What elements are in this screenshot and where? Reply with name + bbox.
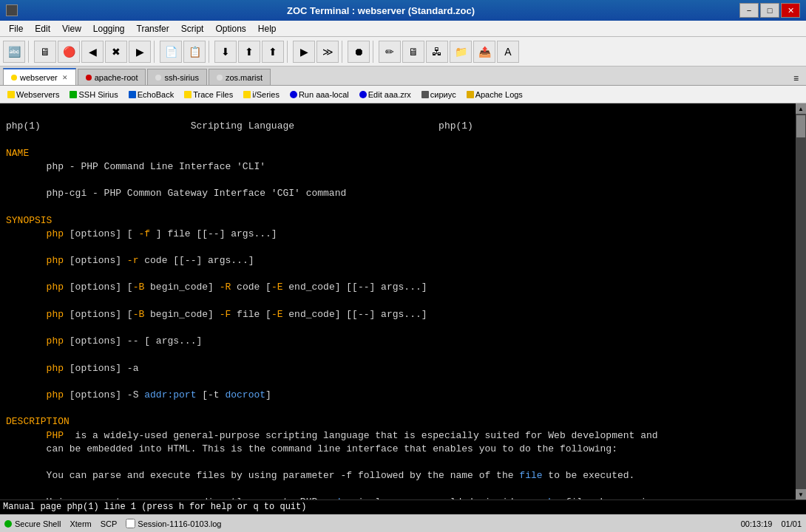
toolbar-button-1[interactable]: 🖥 <box>34 41 56 63</box>
bookmarks-bar: Webservers SSH Sirius EchoBack Trace Fil… <box>0 86 806 103</box>
bookmark-iseries[interactable]: i/Series <box>239 89 284 100</box>
bookmark-trace-files[interactable]: Trace Files <box>180 89 237 100</box>
term-F-4: -F <box>220 309 231 320</box>
toolbar-button-4[interactable]: ✖ <box>105 41 127 63</box>
toolbar-button-8[interactable]: ⬇ <box>214 41 237 63</box>
term-php-1: php <box>47 228 64 239</box>
term-php-5: php <box>47 335 64 347</box>
toolbar-button-6[interactable]: 📄 <box>160 41 182 63</box>
tab-label-webserver: webserver <box>20 73 58 82</box>
term-R-3: -R <box>220 282 231 293</box>
term-php-7: php <box>47 389 64 400</box>
status-bar: Secure Shell Xterm SCP Session-1116-0103… <box>0 514 806 532</box>
toolbar-button-0[interactable]: 🔤 <box>3 41 25 63</box>
term-opts-7a: [options] -S <box>64 389 144 400</box>
tab-close-webserver[interactable]: ✕ <box>62 74 68 81</box>
toolbar-button-11[interactable]: ▶ <box>293 41 315 63</box>
status-dot-secure-shell <box>4 520 12 528</box>
term-docroot-7: docroot <box>225 389 265 400</box>
term-opts-4b: begin_code] <box>144 309 219 320</box>
toolbar-separator-8 <box>209 41 211 63</box>
toolbar-button-7[interactable]: 📋 <box>183 41 206 63</box>
bookmark-webservers[interactable]: Webservers <box>3 89 64 100</box>
maximize-button[interactable]: □ <box>760 3 779 18</box>
term-header: php(1) Scripting Language php(1) <box>6 120 473 132</box>
bookmark-ssh-sirius[interactable]: SSH Sirius <box>65 89 122 100</box>
status-secure-shell: Secure Shell <box>4 519 61 528</box>
tab-webserver[interactable]: webserver ✕ <box>3 68 76 85</box>
tabs-expand-button[interactable]: ≡ <box>789 72 803 85</box>
app-icon <box>6 4 18 16</box>
minimize-button[interactable]: − <box>739 3 759 18</box>
term-desc-label: DESCRIPTION <box>6 416 70 427</box>
toolbar-button-17[interactable]: 📁 <box>450 41 472 63</box>
toolbar-button-14[interactable]: ✏ <box>379 41 401 63</box>
term-opts-4a: [options] [ <box>64 309 133 320</box>
term-opts-2a: [options] <box>64 255 127 266</box>
bookmark-run-aaa-local[interactable]: Run aaa-local <box>285 89 353 100</box>
input-line: Manual page php(1) line 1 (press h for h… <box>0 499 806 514</box>
toolbar-button-18[interactable]: 📤 <box>473 41 495 63</box>
scroll-up-arrow[interactable]: ▲ <box>796 103 806 114</box>
term-B-3: -B <box>133 282 145 293</box>
term-name-body: php - PHP Command Line Interface 'CLI' p… <box>6 161 346 199</box>
bookmark-echoback[interactable]: EchoBack <box>124 89 179 100</box>
tab-ssh-sirius[interactable]: ssh-sirius <box>147 69 206 85</box>
terminal[interactable]: php(1) Scripting Language php(1) NAME ph… <box>0 103 796 499</box>
bookmark-apache-logs[interactable]: Apache Logs <box>462 89 527 100</box>
tabs-bar: webserver ✕ apache-root ssh-sirius zos.m… <box>0 66 806 86</box>
main-content: php(1) Scripting Language php(1) NAME ph… <box>0 103 806 514</box>
term-opts-3b: begin_code] <box>144 282 219 293</box>
tab-apache-root[interactable]: apache-root <box>78 69 146 85</box>
toolbar-separator-1 <box>28 41 31 63</box>
term-opts-3c: code [ <box>231 282 271 293</box>
menu-item-view[interactable]: View <box>56 22 87 35</box>
tab-zos-marist[interactable]: zos.marist <box>209 69 271 85</box>
term-f-1: -f <box>138 228 150 239</box>
status-date: 01/01 <box>781 519 802 528</box>
bookmark-icon-sirius-cyrillic <box>421 91 429 98</box>
toolbar-button-12[interactable]: ≫ <box>316 41 339 63</box>
term-E-3: -E <box>271 282 283 293</box>
menu-item-logging[interactable]: Logging <box>87 22 131 35</box>
menu-item-help[interactable]: Help <box>252 22 282 35</box>
term-r-2: -r <box>127 255 139 266</box>
bookmark-icon-iseries <box>243 91 251 98</box>
toolbar-button-16[interactable]: 🖧 <box>426 41 448 63</box>
scroll-thumb[interactable] <box>796 115 805 137</box>
session-log-checkbox[interactable] <box>126 519 135 528</box>
term-synopsis-label: SYNOPSIS <box>6 215 52 226</box>
status-xterm: Xterm <box>70 519 91 528</box>
bookmark-label-iseries: i/Series <box>252 90 280 99</box>
toolbar-button-10[interactable]: ⬆ <box>262 41 284 63</box>
status-right-items: 00:13:19 01/01 <box>741 519 802 528</box>
term-B-4: -B <box>133 309 145 320</box>
close-button[interactable]: ✕ <box>781 3 800 18</box>
status-session-log: Session-1116-0103.log <box>126 519 221 528</box>
toolbar-button-5[interactable]: ▶ <box>129 41 151 63</box>
tab-dot-apache-root <box>86 75 92 81</box>
term-file-link: file <box>519 470 542 481</box>
menu-item-edit[interactable]: Edit <box>29 22 56 35</box>
status-label-secure-shell: Secure Shell <box>15 519 61 528</box>
bookmark-edit-aaa-zrx[interactable]: Edit aaa.zrx <box>355 89 416 100</box>
toolbar-button-15[interactable]: 🖥 <box>402 41 424 63</box>
toolbar-button-19[interactable]: A <box>497 41 519 63</box>
toolbar-button-13[interactable]: ⏺ <box>348 41 370 63</box>
menu-item-transfer[interactable]: Transfer <box>131 22 175 35</box>
scroll-down-arrow[interactable]: ▼ <box>796 489 806 499</box>
term-php-4: php <box>47 309 64 320</box>
term-addr-7: addr:port <box>144 389 196 400</box>
toolbar-button-2[interactable]: 🔴 <box>58 41 80 63</box>
vertical-scrollbar[interactable]: ▲ ▼ <box>796 103 806 499</box>
menu-item-script[interactable]: Script <box>175 22 210 35</box>
toolbar-button-3[interactable]: ◀ <box>81 41 104 63</box>
bookmark-icon-echoback <box>129 91 136 98</box>
term-opts-4c: file [ <box>231 309 271 320</box>
scroll-track[interactable] <box>796 114 806 489</box>
bookmark-sirius-cyrillic[interactable]: сириус <box>417 89 461 100</box>
menu-item-file[interactable]: File <box>3 22 29 35</box>
toolbar-button-9[interactable]: ⬆ <box>238 41 260 63</box>
menu-item-options[interactable]: Options <box>209 22 251 35</box>
title-bar: ZOC Terminal : webserver (Standard.zoc) … <box>0 0 806 21</box>
